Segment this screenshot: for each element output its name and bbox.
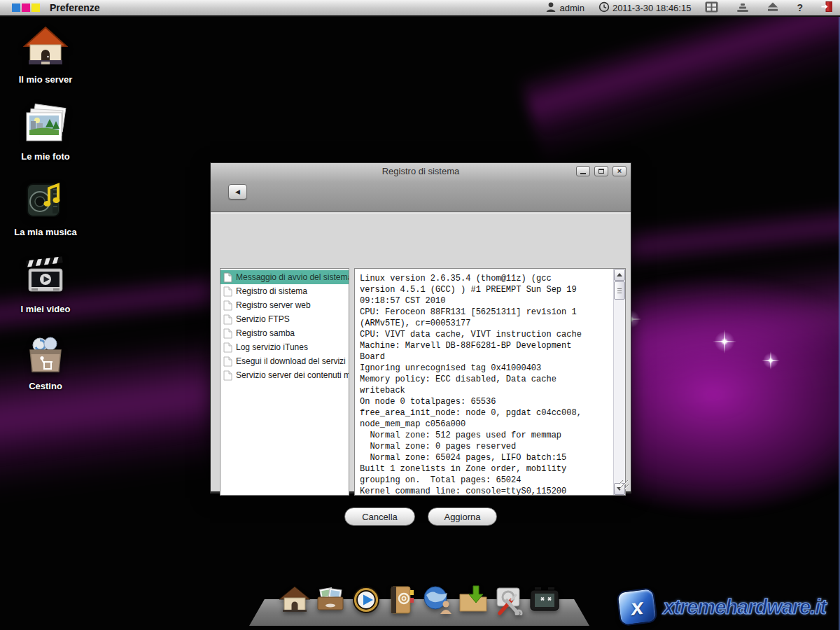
home-icon xyxy=(23,25,68,70)
list-item-label: Servizio FTPS xyxy=(236,314,290,324)
desktop-icon-my-photos[interactable]: Le mie foto xyxy=(4,102,87,162)
scroll-up-button[interactable] xyxy=(614,269,625,281)
desktop-icon-my-server[interactable]: Il mio server xyxy=(4,25,87,85)
desktop-screen: Preferenze admin 2011-3-30 18:46:15 xyxy=(0,0,840,630)
list-item-label: Registro server web xyxy=(236,300,311,310)
document-icon xyxy=(223,342,232,353)
dock-home-icon[interactable] xyxy=(279,584,310,615)
list-item-boot-message[interactable]: Messaggio di avvio del sistema xyxy=(220,270,349,284)
dock-media-device-icon[interactable] xyxy=(529,584,560,615)
dock-disk-tools-icon[interactable] xyxy=(493,584,524,615)
desktop-icon-label: La mia musica xyxy=(4,227,87,237)
desktop-icon-my-music[interactable]: La mia musica xyxy=(4,178,87,237)
help-button[interactable]: ? xyxy=(797,2,803,13)
document-icon xyxy=(223,272,232,283)
desktop-icon-trash[interactable]: Cestino xyxy=(4,332,87,391)
document-icon xyxy=(223,300,232,311)
show-desktop-button[interactable] xyxy=(705,1,718,15)
page-title: Preferenze xyxy=(50,2,100,13)
grid-icon xyxy=(705,1,718,15)
document-icon xyxy=(223,314,232,325)
list-item-media-server[interactable]: Servizio server dei contenuti m xyxy=(220,368,349,382)
maximize-icon xyxy=(598,169,604,174)
window-titlebar[interactable]: Registro di sistema × ◀ xyxy=(211,163,631,212)
devices-icon xyxy=(736,1,749,15)
desktop-icon-label: Le mie foto xyxy=(4,151,87,162)
cancel-button[interactable]: Cancella xyxy=(344,507,415,526)
brand-logo-icon xyxy=(12,4,40,12)
dock-downloads-icon[interactable] xyxy=(458,584,489,615)
list-item-samba-log[interactable]: Registro samba xyxy=(220,326,349,340)
desktop-icon-my-videos[interactable]: I miei video xyxy=(4,255,87,314)
document-icon xyxy=(223,286,232,297)
document-icon xyxy=(223,356,232,367)
trash-icon xyxy=(23,332,68,377)
dock-media-player-icon[interactable] xyxy=(351,584,382,615)
back-arrow-icon: ◀ xyxy=(235,188,240,195)
close-icon: × xyxy=(617,167,622,175)
back-button[interactable]: ◀ xyxy=(228,184,247,200)
close-button[interactable]: × xyxy=(612,166,626,176)
resize-grip[interactable] xyxy=(620,480,629,489)
log-category-list: Messaggio di avvio del sistema Registro … xyxy=(220,268,349,496)
help-icon: ? xyxy=(797,2,803,13)
desktop-icon-label: I miei video xyxy=(4,304,87,314)
wallpaper-streak xyxy=(520,17,840,165)
list-item-label: Registro di sistema xyxy=(236,286,307,296)
desktop-icon-label: Cestino xyxy=(4,381,87,391)
document-icon xyxy=(223,370,232,381)
log-text: Linux version 2.6.35.4 (thom@11z) (gcc v… xyxy=(355,269,625,496)
window-title: Registro di sistema xyxy=(211,166,631,176)
refresh-button[interactable]: Aggiorna xyxy=(428,507,497,526)
list-item-label: Registro samba xyxy=(236,328,295,338)
list-item-web-server-log[interactable]: Registro server web xyxy=(220,298,349,312)
maximize-button[interactable] xyxy=(594,166,608,176)
top-menu-bar: Preferenze admin 2011-3-30 18:46:15 xyxy=(0,0,840,17)
minimize-button[interactable] xyxy=(576,166,590,176)
desktop-icon-label: Il mio server xyxy=(4,74,87,85)
music-icon xyxy=(23,178,68,223)
list-item-system-log[interactable]: Registro di sistema xyxy=(220,284,349,298)
list-item-label: Messaggio di avvio del sistema xyxy=(236,272,349,282)
clock: 2011-3-30 18:46:15 xyxy=(598,1,692,15)
list-item-label: Log servizio iTunes xyxy=(236,342,308,352)
watermark: x xtremehardware.it xyxy=(618,589,826,624)
user-menu[interactable]: admin xyxy=(545,1,584,15)
devices-button[interactable] xyxy=(736,1,749,15)
user-name: admin xyxy=(559,3,584,13)
list-item-ftps-service[interactable]: Servizio FTPS xyxy=(220,312,349,326)
scrollbar-thumb[interactable] xyxy=(614,281,625,300)
window-content: Messaggio di avvio del sistema Registro … xyxy=(211,213,631,491)
list-item-label: Esegui il download del servizi xyxy=(236,356,346,366)
dock xyxy=(249,599,589,626)
minimize-icon xyxy=(580,173,586,174)
log-scrollbar[interactable] xyxy=(613,269,625,495)
logout-icon xyxy=(821,1,833,15)
photos-icon xyxy=(23,102,68,147)
user-icon xyxy=(545,1,556,15)
dock-contacts-icon[interactable] xyxy=(386,584,417,615)
list-item-itunes-log[interactable]: Log servizio iTunes xyxy=(220,340,349,354)
arrow-up-icon xyxy=(617,273,622,276)
datetime-text: 2011-3-30 18:46:15 xyxy=(612,3,692,13)
document-icon xyxy=(223,328,232,339)
video-icon xyxy=(23,255,68,300)
xtremehardware-logo-icon: x xyxy=(616,587,658,626)
list-item-download-service[interactable]: Esegui il download del servizi xyxy=(220,354,349,368)
dock-web-icon[interactable] xyxy=(422,584,453,615)
system-log-window: Registro di sistema × ◀ Messaggio di avv… xyxy=(210,162,631,493)
list-item-label: Servizio server dei contenuti m xyxy=(236,370,349,380)
eject-button[interactable] xyxy=(767,1,778,14)
logout-button[interactable] xyxy=(821,1,833,15)
dock-photos-icon[interactable] xyxy=(315,584,346,615)
watermark-text: xtremehardware.it xyxy=(663,596,826,619)
logo-letter: x xyxy=(629,594,645,621)
log-viewer: Linux version 2.6.35.4 (thom@11z) (gcc v… xyxy=(354,268,626,496)
clock-icon xyxy=(598,1,610,15)
eject-icon xyxy=(767,1,778,14)
